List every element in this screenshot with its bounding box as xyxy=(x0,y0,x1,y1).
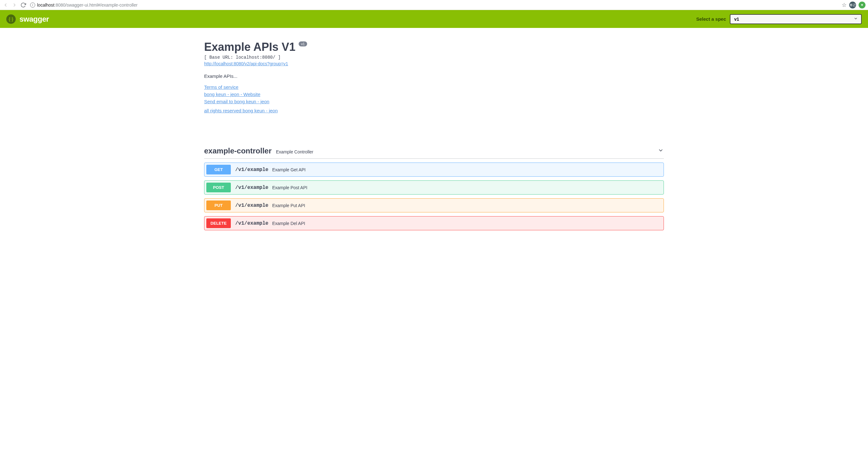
operation-path: /v1/example xyxy=(235,221,269,226)
operation-get[interactable]: GET/v1/exampleExample Get API xyxy=(204,163,664,177)
api-info-section: Example APIs V1 v1 [ Base URL: localhost… xyxy=(204,28,664,125)
method-badge: GET xyxy=(206,165,231,174)
chevron-down-icon xyxy=(658,147,664,155)
api-docs-link[interactable]: http://localhost:8080/v2/api-docs?group=… xyxy=(204,61,288,66)
operation-summary: Example Post API xyxy=(272,185,307,190)
tag-description: Example Controller xyxy=(276,150,313,154)
method-badge: PUT xyxy=(206,200,231,210)
url-text: localhost:8080/swagger-ui.html#/example-… xyxy=(37,2,137,7)
operation-summary: Example Del API xyxy=(272,221,305,226)
extension-icon[interactable]: ✦ xyxy=(859,2,866,8)
terms-of-service-link[interactable]: Terms of service xyxy=(204,85,664,90)
license-link[interactable]: all rights reserved bong keun - jeon xyxy=(204,108,664,113)
contact-email-link[interactable]: Send email to bong keun - jeon xyxy=(204,99,664,104)
swagger-logo-text: swagger xyxy=(20,15,49,24)
operations-list: GET/v1/exampleExample Get APIPOST/v1/exa… xyxy=(204,163,664,230)
operation-path: /v1/example xyxy=(235,185,269,191)
swagger-logo[interactable]: {·} swagger xyxy=(6,14,49,24)
method-badge: DELETE xyxy=(206,219,231,228)
tag-name: example-controller xyxy=(204,146,272,155)
bookmark-star-icon[interactable]: ☆ xyxy=(842,2,847,8)
operation-put[interactable]: PUT/v1/exampleExample Put API xyxy=(204,198,664,212)
operation-path: /v1/example xyxy=(235,167,269,173)
site-info-icon[interactable]: i xyxy=(30,2,35,7)
tag-section: example-controller Example Controller GE… xyxy=(204,143,664,230)
browser-toolbar: i localhost:8080/swagger-ui.html#/exampl… xyxy=(0,0,868,10)
profile-avatar[interactable]: 봉근 xyxy=(849,2,856,8)
spec-selector-wrap: Select a spec v1 xyxy=(696,14,862,24)
spec-label: Select a spec xyxy=(696,16,726,22)
api-title: Example APIs V1 xyxy=(204,40,296,54)
operation-path: /v1/example xyxy=(235,203,269,208)
contact-website-link[interactable]: bong keun - jeon - Website xyxy=(204,92,664,97)
back-button[interactable] xyxy=(2,2,9,8)
address-bar[interactable]: i localhost:8080/swagger-ui.html#/exampl… xyxy=(29,2,839,7)
operation-delete[interactable]: DELETE/v1/exampleExample Del API xyxy=(204,216,664,230)
reload-button[interactable] xyxy=(20,2,26,8)
operation-summary: Example Get API xyxy=(272,167,306,172)
forward-button[interactable] xyxy=(11,2,18,8)
operation-summary: Example Put API xyxy=(272,203,305,208)
version-badge: v1 xyxy=(299,41,307,46)
api-description: Example APIs... xyxy=(204,73,664,79)
operation-post[interactable]: POST/v1/exampleExample Post API xyxy=(204,180,664,195)
swagger-logo-icon: {·} xyxy=(6,14,16,24)
base-url: [ Base URL: localhost:8080/ ] xyxy=(204,55,664,60)
tag-header[interactable]: example-controller Example Controller xyxy=(204,143,664,159)
swagger-topbar: {·} swagger Select a spec v1 xyxy=(0,10,868,28)
method-badge: POST xyxy=(206,182,231,192)
spec-select[interactable]: v1 xyxy=(730,14,862,24)
